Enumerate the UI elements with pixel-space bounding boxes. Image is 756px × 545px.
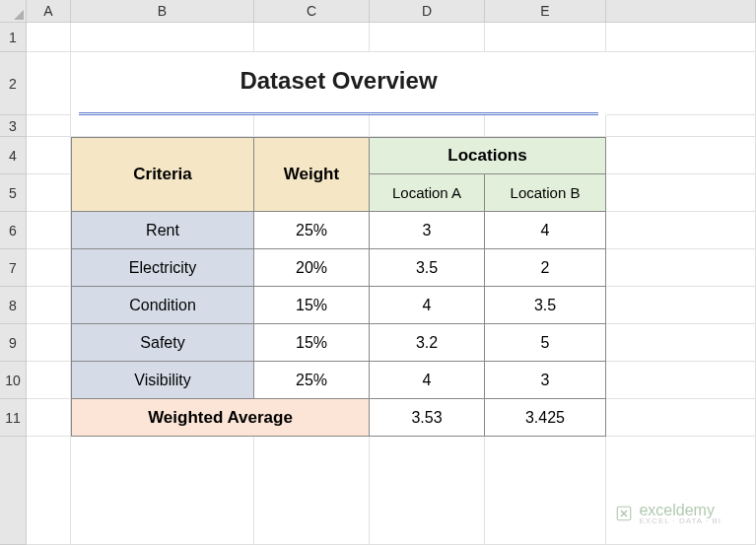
watermark: exceldemy EXCEL · DATA · BI bbox=[615, 502, 722, 525]
loc-b-visibility[interactable]: 3 bbox=[485, 362, 606, 399]
criteria-safety[interactable]: Safety bbox=[71, 324, 254, 362]
criteria-visibility[interactable]: Visibility bbox=[71, 362, 254, 399]
page-title[interactable]: Dataset Overview bbox=[79, 52, 598, 115]
cell-a8[interactable] bbox=[27, 287, 71, 324]
cell-d3[interactable] bbox=[370, 115, 485, 137]
weighted-average-loc-b[interactable]: 3.425 bbox=[485, 399, 606, 437]
row-header-7[interactable]: 7 bbox=[0, 249, 27, 287]
cell-extra-2[interactable] bbox=[606, 52, 756, 115]
row-header-6[interactable]: 6 bbox=[0, 212, 27, 249]
cell-e-extra[interactable] bbox=[485, 437, 606, 545]
loc-b-condition[interactable]: 3.5 bbox=[485, 287, 606, 324]
select-all-corner[interactable] bbox=[0, 0, 27, 23]
cell-extra-3[interactable] bbox=[606, 115, 756, 137]
loc-a-visibility[interactable]: 4 bbox=[370, 362, 485, 399]
header-location-a[interactable]: Location A bbox=[370, 174, 485, 212]
weight-safety[interactable]: 15% bbox=[254, 324, 370, 362]
row-header-5[interactable]: 5 bbox=[0, 174, 27, 212]
cell-e1[interactable] bbox=[485, 23, 606, 52]
criteria-condition[interactable]: Condition bbox=[71, 287, 254, 324]
row-header-11[interactable]: 11 bbox=[0, 399, 27, 437]
row-header-extra[interactable] bbox=[0, 437, 27, 545]
loc-b-safety[interactable]: 5 bbox=[485, 324, 606, 362]
cell-c1[interactable] bbox=[254, 23, 370, 52]
cell-b1[interactable] bbox=[71, 23, 254, 52]
criteria-rent[interactable]: Rent bbox=[71, 212, 254, 249]
criteria-electricity[interactable]: Electricity bbox=[71, 249, 254, 287]
loc-b-electricity[interactable]: 2 bbox=[485, 249, 606, 287]
loc-b-rent[interactable]: 4 bbox=[485, 212, 606, 249]
weight-visibility[interactable]: 25% bbox=[254, 362, 370, 399]
weight-condition[interactable]: 15% bbox=[254, 287, 370, 324]
row-header-2[interactable]: 2 bbox=[0, 52, 27, 115]
row-header-10[interactable]: 10 bbox=[0, 362, 27, 399]
row-header-9[interactable]: 9 bbox=[0, 324, 27, 362]
cell-d1[interactable] bbox=[370, 23, 485, 52]
cell-a-extra[interactable] bbox=[27, 437, 71, 545]
cell-c3[interactable] bbox=[254, 115, 370, 137]
header-location-b[interactable]: Location B bbox=[485, 174, 606, 212]
col-header-a[interactable]: A bbox=[27, 0, 71, 23]
cell-extra-5[interactable] bbox=[606, 174, 756, 212]
cell-a3[interactable] bbox=[27, 115, 71, 137]
cell-extra-6[interactable] bbox=[606, 212, 756, 249]
loc-a-electricity[interactable]: 3.5 bbox=[370, 249, 485, 287]
spreadsheet-grid: A B C D E 1 2 Dataset Overview 3 4 Crite… bbox=[0, 0, 756, 545]
loc-a-rent[interactable]: 3 bbox=[370, 212, 485, 249]
weighted-average-loc-a[interactable]: 3.53 bbox=[370, 399, 485, 437]
watermark-sub: EXCEL · DATA · BI bbox=[639, 516, 722, 525]
col-header-c[interactable]: C bbox=[254, 0, 370, 23]
row-header-1[interactable]: 1 bbox=[0, 23, 27, 52]
cell-a11[interactable] bbox=[27, 399, 71, 437]
col-header-d[interactable]: D bbox=[370, 0, 485, 23]
weight-rent[interactable]: 25% bbox=[254, 212, 370, 249]
header-locations[interactable]: Locations bbox=[370, 137, 606, 174]
weight-electricity[interactable]: 20% bbox=[254, 249, 370, 287]
header-criteria[interactable]: Criteria bbox=[71, 137, 254, 212]
col-header-extra[interactable] bbox=[606, 0, 756, 23]
cell-e3[interactable] bbox=[485, 115, 606, 137]
cell-extra-9[interactable] bbox=[606, 324, 756, 362]
cell-extra-1[interactable] bbox=[606, 23, 756, 52]
row-header-3[interactable]: 3 bbox=[0, 115, 27, 137]
cell-a10[interactable] bbox=[27, 362, 71, 399]
cell-a6[interactable] bbox=[27, 212, 71, 249]
cell-d-extra[interactable] bbox=[370, 437, 485, 545]
cell-extra-4[interactable] bbox=[606, 137, 756, 174]
cell-a2[interactable] bbox=[27, 52, 71, 115]
cell-a5[interactable] bbox=[27, 174, 71, 212]
loc-a-condition[interactable]: 4 bbox=[370, 287, 485, 324]
cell-c-extra[interactable] bbox=[254, 437, 370, 545]
col-header-e[interactable]: E bbox=[485, 0, 606, 23]
cell-b3[interactable] bbox=[71, 115, 254, 137]
cell-a7[interactable] bbox=[27, 249, 71, 287]
cell-extra-7[interactable] bbox=[606, 249, 756, 287]
row-header-8[interactable]: 8 bbox=[0, 287, 27, 324]
excel-icon bbox=[615, 505, 633, 522]
cell-extra-10[interactable] bbox=[606, 362, 756, 399]
cell-a4[interactable] bbox=[27, 137, 71, 174]
weighted-average-label[interactable]: Weighted Average bbox=[71, 399, 370, 437]
col-header-b[interactable]: B bbox=[71, 0, 254, 23]
cell-b-extra[interactable] bbox=[71, 437, 254, 545]
cell-a9[interactable] bbox=[27, 324, 71, 362]
cell-extra-11[interactable] bbox=[606, 399, 756, 437]
cell-extra-8[interactable] bbox=[606, 287, 756, 324]
cell-a1[interactable] bbox=[27, 23, 71, 52]
row-header-4[interactable]: 4 bbox=[0, 137, 27, 174]
loc-a-safety[interactable]: 3.2 bbox=[370, 324, 485, 362]
cell-extra-extra[interactable] bbox=[606, 437, 756, 545]
header-weight[interactable]: Weight bbox=[254, 137, 370, 212]
